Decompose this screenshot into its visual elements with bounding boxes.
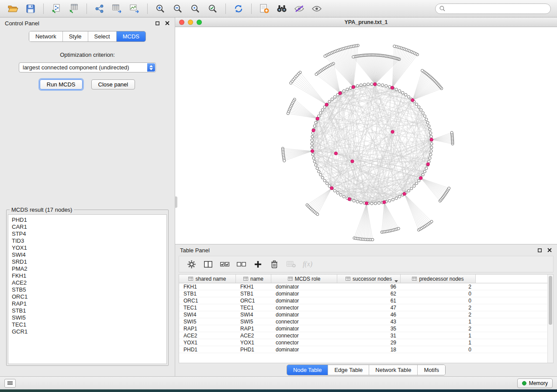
dominator-node[interactable] (403, 192, 406, 195)
delete-rows-button[interactable] (268, 258, 280, 270)
split-column-button[interactable] (202, 258, 214, 270)
minimize-window-button[interactable] (188, 20, 193, 25)
network-node[interactable] (430, 150, 432, 152)
first-neighbors-button[interactable] (273, 2, 291, 16)
network-node[interactable] (315, 121, 317, 124)
network-node[interactable] (415, 103, 418, 106)
save-session-button[interactable] (22, 2, 39, 16)
network-node[interactable] (405, 93, 407, 96)
dominator-node[interactable] (411, 99, 414, 102)
export-network-button[interactable] (91, 2, 108, 16)
refresh-view-button[interactable] (230, 2, 247, 16)
tab-edge-table[interactable]: Edge Table (328, 365, 369, 375)
table-scrollbar[interactable] (547, 275, 553, 363)
table-row[interactable]: TEC1TEC1connector472 (179, 304, 553, 311)
float-panel-icon[interactable] (155, 21, 160, 26)
dominator-node[interactable] (311, 149, 314, 152)
close-table-panel-icon[interactable] (547, 248, 552, 253)
table-row[interactable]: YOX1YOX1connector291 (179, 339, 553, 346)
network-node[interactable] (429, 157, 431, 159)
table-row[interactable]: FKH1FKH1dominator962 (179, 283, 553, 290)
table-row[interactable]: SWI5SWI5connector431 (179, 318, 553, 325)
column-header-shared-name[interactable]: shared name (179, 275, 236, 283)
network-node[interactable] (426, 121, 429, 124)
network-canvas[interactable] (175, 27, 557, 244)
zoom-fit-content-button[interactable] (204, 2, 221, 16)
network-node[interactable] (423, 115, 426, 117)
network-node[interactable] (388, 199, 391, 202)
select-all-rows-button[interactable] (218, 258, 231, 270)
network-node[interactable] (407, 189, 410, 192)
network-node[interactable] (401, 91, 404, 94)
network-node[interactable] (429, 153, 432, 156)
network-node[interactable] (333, 189, 336, 192)
network-node[interactable] (395, 88, 398, 91)
leaf-node[interactable] (448, 187, 450, 189)
dominator-node[interactable] (419, 176, 422, 179)
leaf-node[interactable] (316, 213, 319, 216)
tab-style[interactable]: Style (63, 31, 88, 41)
network-node[interactable] (311, 135, 314, 138)
deselect-all-rows-button[interactable] (235, 258, 247, 270)
leaf-node[interactable] (421, 69, 424, 72)
network-node[interactable] (398, 195, 401, 198)
network-node[interactable] (336, 192, 339, 194)
network-node[interactable] (319, 173, 322, 176)
dominator-node[interactable] (430, 138, 433, 141)
table-row[interactable]: RAP1RAP1dominator352 (179, 325, 553, 332)
tab-network[interactable]: Network (29, 31, 63, 41)
leaf-node[interactable] (397, 227, 400, 230)
zoom-actual-size-button[interactable] (187, 2, 204, 16)
network-node[interactable] (413, 185, 415, 187)
leaf-node[interactable] (324, 55, 326, 58)
network-node[interactable] (346, 88, 349, 91)
dominator-node[interactable] (391, 86, 394, 89)
dominator-node[interactable] (316, 117, 319, 120)
dominator-node[interactable] (352, 86, 355, 89)
network-node[interactable] (422, 112, 424, 114)
network-node[interactable] (377, 83, 380, 86)
column-header-mcds-role[interactable]: MCDS role (271, 275, 337, 283)
leaf-node[interactable] (371, 238, 374, 241)
leaf-node[interactable] (450, 131, 453, 134)
network-node[interactable] (318, 170, 320, 173)
network-node[interactable] (423, 170, 426, 173)
network-node[interactable] (407, 96, 410, 98)
dominator-node[interactable] (426, 163, 429, 166)
network-node[interactable] (343, 89, 345, 92)
add-row-button[interactable] (252, 258, 264, 270)
network-node[interactable] (360, 201, 362, 204)
network-node[interactable] (370, 83, 373, 86)
export-image-button[interactable] (126, 2, 143, 16)
dominator-node[interactable] (325, 103, 328, 106)
tab-node-table[interactable]: Node Table (287, 365, 329, 375)
dominator-node[interactable] (330, 186, 333, 189)
table-row[interactable]: PHD1PHD1dominator180 (179, 346, 553, 353)
column-header-successor-nodes[interactable]: successor nodes (337, 275, 401, 283)
run-mcds-button[interactable]: Run MCDS (40, 79, 83, 89)
criterion-dropdown[interactable]: largest connected component (undirected) (19, 62, 156, 72)
network-node[interactable] (430, 146, 433, 149)
network-node[interactable] (415, 182, 418, 185)
network-node[interactable] (356, 85, 359, 87)
network-node[interactable] (331, 98, 333, 100)
network-node[interactable] (321, 176, 324, 179)
network-node[interactable] (319, 112, 322, 114)
network-node[interactable] (339, 193, 342, 196)
memory-button[interactable]: Memory (517, 378, 553, 388)
network-node[interactable] (343, 195, 345, 198)
network-node[interactable] (311, 142, 313, 145)
dominator-node[interactable] (339, 92, 342, 95)
dominator-node[interactable] (383, 201, 386, 204)
network-node[interactable] (418, 106, 420, 108)
tab-network-table[interactable]: Network Table (369, 365, 418, 375)
network-node[interactable] (395, 197, 398, 199)
network-node[interactable] (311, 153, 314, 156)
search-input[interactable] (448, 6, 547, 12)
dominator-node[interactable] (351, 160, 354, 163)
share-document-button[interactable] (256, 2, 273, 16)
network-node[interactable] (321, 109, 324, 111)
dominator-node[interactable] (348, 198, 351, 201)
table-scrollbar-thumb[interactable] (549, 276, 552, 325)
zoom-window-button[interactable] (197, 20, 202, 25)
